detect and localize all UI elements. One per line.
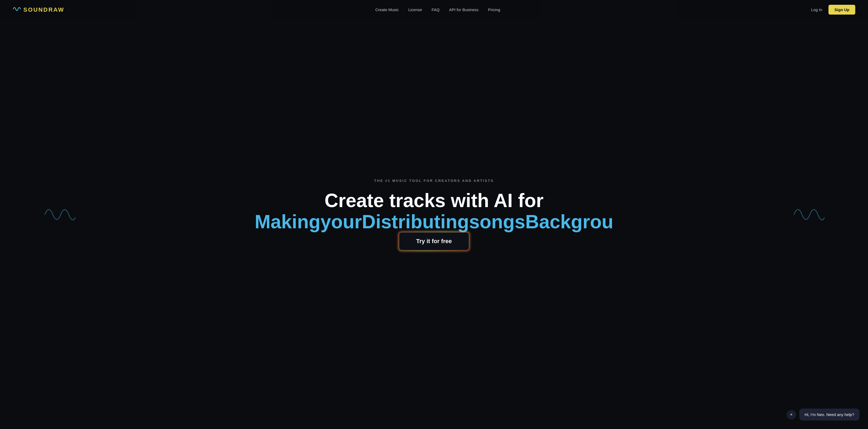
navbar: SOUNDRAW Create Music License FAQ API fo…: [0, 0, 868, 19]
logo-icon: [13, 5, 21, 14]
nav-pricing[interactable]: Pricing: [488, 7, 500, 12]
logo-text: SOUNDRAW: [23, 6, 64, 13]
login-link[interactable]: Log In: [811, 7, 823, 12]
hero-title-line1: Create tracks with AI for: [324, 190, 544, 211]
hero-section: THE #1 MUSIC TOOL FOR CREATORS AND ARTIS…: [0, 0, 868, 429]
nav-license[interactable]: License: [408, 7, 422, 12]
try-free-button[interactable]: Try it for free: [399, 232, 469, 250]
wave-right-decoration: [793, 204, 825, 225]
wave-left-decoration: [43, 204, 75, 225]
signup-button[interactable]: Sign Up: [829, 5, 855, 14]
chat-close-button[interactable]: ×: [786, 410, 796, 420]
nav-create-music[interactable]: Create Music: [375, 7, 399, 12]
nav-links: Create Music License FAQ API for Busines…: [375, 7, 500, 12]
logo-link[interactable]: SOUNDRAW: [13, 5, 64, 14]
hero-subtitle: THE #1 MUSIC TOOL FOR CREATORS AND ARTIS…: [374, 179, 494, 183]
cta-wrapper: Try it for free: [399, 232, 469, 250]
nav-api[interactable]: API for Business: [449, 7, 478, 12]
chat-widget: × Hi, I'm Neo. Need any help?: [786, 408, 860, 421]
chat-bubble[interactable]: Hi, I'm Neo. Need any help?: [799, 408, 860, 421]
nav-right: Log In Sign Up: [811, 5, 855, 14]
nav-faq[interactable]: FAQ: [432, 7, 440, 12]
hero-title-line2: MakingyourDistributingsongsBackgrou: [255, 211, 613, 232]
